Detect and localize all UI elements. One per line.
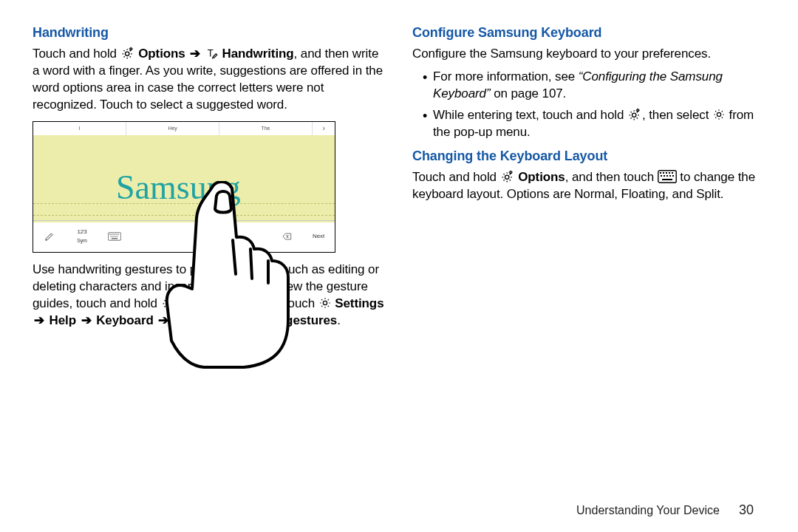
svg-rect-3 [109, 234, 110, 235]
finger-illustration [165, 181, 298, 373]
svg-rect-11 [117, 236, 117, 236]
heading-configure: Configure Samsung Keyboard [412, 24, 765, 41]
svg-rect-8 [110, 236, 111, 236]
pen-key [33, 221, 66, 252]
suggestion-3: The [219, 122, 313, 135]
handwriting-label: Handwriting [222, 47, 293, 61]
svg-rect-6 [115, 234, 116, 235]
t-pen-icon [205, 47, 219, 60]
svg-point-20 [509, 171, 511, 174]
suggestion-bar: I Hey The › [33, 122, 335, 136]
layout-paragraph: Touch and hold Options, and then touch t… [412, 169, 765, 203]
gear-icon [500, 169, 515, 184]
svg-point-17 [637, 109, 639, 112]
svg-rect-24 [666, 172, 667, 174]
gear-icon [318, 296, 332, 310]
svg-point-15 [323, 301, 327, 304]
svg-rect-7 [117, 234, 118, 235]
svg-point-0 [125, 52, 129, 55]
svg-rect-22 [660, 172, 661, 174]
svg-rect-32 [662, 179, 672, 180]
configure-intro: Configure the Samsung keyboard to your p… [412, 46, 765, 63]
text: Touch and hold [33, 47, 120, 61]
svg-rect-4 [112, 234, 112, 235]
options-label: Options [138, 47, 185, 61]
svg-rect-31 [672, 175, 674, 177]
help-label: Help [50, 313, 76, 327]
svg-rect-30 [669, 175, 671, 177]
page-footer: Understanding Your Device 30 [0, 502, 798, 532]
keyboard-label: Keyboard [96, 313, 154, 327]
svg-rect-10 [115, 236, 115, 236]
arrow-icon: ➔ [188, 47, 202, 61]
right-column: Configure Samsung Keyboard Configure the… [412, 24, 765, 502]
svg-point-16 [632, 113, 635, 117]
footer-section: Understanding Your Device [576, 504, 720, 517]
sym-key: 123 Sym [66, 221, 98, 252]
arrow-icon: ➔ [33, 313, 46, 327]
heading-handwriting: Handwriting [33, 24, 386, 41]
handwriting-intro: Touch and hold Options ➔ Handwriting, an… [33, 46, 386, 114]
svg-rect-28 [664, 175, 665, 177]
keyboard-layout-icon [658, 170, 677, 183]
left-column: Handwriting Touch and hold Options ➔ Han… [33, 24, 386, 502]
settings-label: Settings [335, 296, 383, 310]
svg-rect-12 [112, 238, 117, 239]
svg-rect-29 [666, 175, 668, 177]
svg-rect-25 [669, 172, 670, 174]
page-number: 30 [739, 502, 754, 518]
heading-layout: Changing the Keyboard Layout [412, 147, 765, 165]
svg-rect-9 [112, 236, 113, 236]
gear-icon [712, 108, 726, 121]
svg-point-1 [129, 48, 132, 50]
svg-point-19 [505, 175, 508, 179]
arrow-icon: ➔ [80, 313, 93, 327]
svg-rect-5 [114, 234, 115, 235]
suggestion-more: › [313, 122, 335, 135]
svg-point-18 [717, 112, 720, 116]
options-label: Options [518, 170, 565, 184]
gear-icon [120, 46, 135, 61]
suggestion-1: I [33, 122, 126, 135]
suggestion-2: Hey [126, 122, 219, 135]
svg-rect-26 [672, 172, 673, 174]
handwriting-figure: I Hey The › Samsung 123 Sym [33, 121, 335, 253]
configure-bullets: For more information, see “Configuring t… [412, 69, 765, 141]
svg-rect-23 [663, 172, 664, 174]
gear-icon [627, 107, 642, 122]
bullet-more-info: For more information, see “Configuring t… [423, 69, 765, 103]
svg-rect-27 [661, 175, 662, 177]
bullet-popup: While entering text, touch and hold , th… [423, 107, 765, 141]
next-key: Next [302, 221, 335, 252]
kbd-key [98, 221, 131, 252]
